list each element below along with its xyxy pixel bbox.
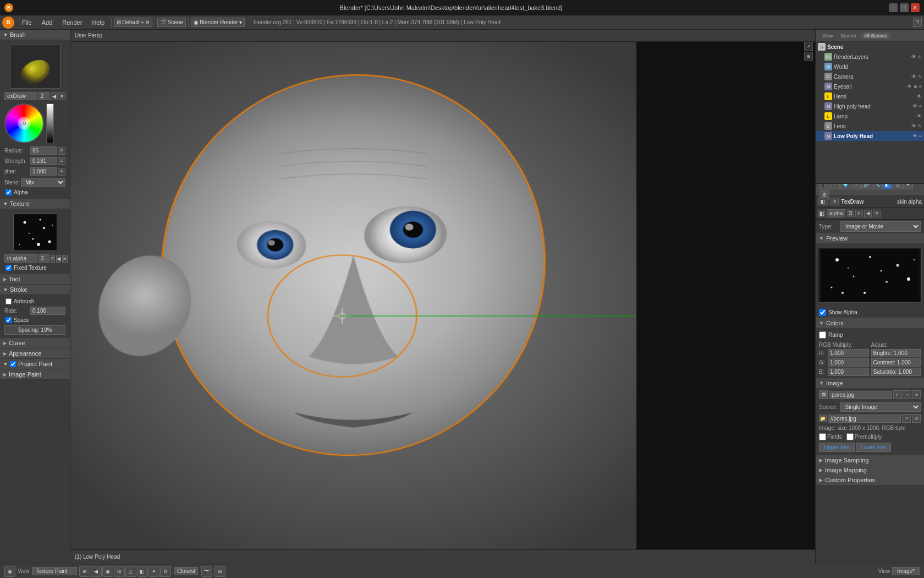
status-btn-1[interactable]: ⊕ <box>79 566 90 577</box>
appearance-section-header[interactable]: ▶ Appearance <box>0 348 70 359</box>
brush-canvas[interactable] <box>11 46 59 88</box>
status-btn-7[interactable]: ✦ <box>148 566 160 577</box>
tool-section-header[interactable]: ▶ Tool <box>0 274 70 285</box>
airbrush-checkbox[interactable] <box>6 298 12 304</box>
status-btn-3[interactable]: ◉ <box>102 566 113 577</box>
props-render-btn[interactable]: 📷 <box>820 184 829 189</box>
status-btn-6[interactable]: ◧ <box>137 566 148 577</box>
upper-btn[interactable]: Upper Firs <box>819 443 855 452</box>
viewport-3d[interactable] <box>70 42 815 549</box>
stroke-section-header[interactable]: ▼ Stroke <box>0 285 70 295</box>
minimize-button[interactable]: ─ <box>889 3 898 12</box>
space-checkbox[interactable] <box>6 317 12 323</box>
radius-btn[interactable]: ≡ <box>58 147 65 155</box>
help-icon[interactable]: ? <box>913 18 922 27</box>
texture-f-btn[interactable]: F <box>51 255 55 263</box>
image-del-btn[interactable]: ✕ <box>912 390 921 399</box>
outliner-item-high-poly[interactable]: M High poly head 👁 ≡ <box>816 101 924 111</box>
props-material-btn[interactable]: ◧ <box>882 184 892 189</box>
premultiply-checkbox[interactable] <box>846 433 854 440</box>
outliner-item-camera[interactable]: C Camera 👁 ✎ <box>816 72 924 81</box>
mode-select[interactable]: Texture Paint <box>32 567 77 575</box>
outliner-item-world[interactable]: W World <box>816 62 924 72</box>
texture-number[interactable] <box>38 254 50 263</box>
image-sampling-header[interactable]: ▶ Image Sampling <box>816 455 924 465</box>
outliner-tab-view[interactable]: View <box>819 32 836 39</box>
status-camera-btn[interactable]: 📷 <box>201 566 212 577</box>
fixed-texture-checkbox[interactable] <box>6 265 12 271</box>
brush-section-header[interactable]: ▼ Brush <box>0 30 70 40</box>
brush-arrow-right[interactable]: ✕ <box>59 92 66 100</box>
lower-btn[interactable]: Lower Firs <box>856 443 892 452</box>
menu-help[interactable]: Help <box>87 18 109 27</box>
outliner-item-renderlayers[interactable]: RL RenderLayers 👁 ⊕ <box>816 52 924 62</box>
texture-section-header[interactable]: ▼ Texture <box>0 199 70 209</box>
ramp-checkbox[interactable] <box>819 331 826 339</box>
file-path[interactable]: //pores.jpg <box>828 415 901 423</box>
brighten-value[interactable]: Brighte: 1.000 <box>871 349 921 357</box>
saturate-value[interactable]: Saturatio: 1.000 <box>871 368 921 376</box>
menu-file[interactable]: File <box>18 18 36 27</box>
texture-close-btn[interactable]: ✕ <box>62 255 68 263</box>
props-object-btn[interactable]: ○ <box>851 184 861 189</box>
image-f-btn[interactable]: F <box>893 390 902 399</box>
alpha-close-btn[interactable]: ✕ <box>873 210 881 217</box>
project-paint-checkbox[interactable] <box>10 361 16 367</box>
view-label[interactable]: View <box>18 568 30 574</box>
scene-selector[interactable]: 🎬 Scene <box>157 18 186 27</box>
image-mapping-header[interactable]: ▶ Image Mapping <box>816 465 924 475</box>
project-paint-header[interactable]: ▼ Project Paint <box>0 359 70 369</box>
maximize-button[interactable]: □ <box>900 3 909 12</box>
outliner-tab-all-scenes[interactable]: All Scenes <box>861 32 891 39</box>
jitter-value[interactable]: 1.000 <box>30 167 57 176</box>
props-scene-btn[interactable]: 🎬 <box>830 184 840 189</box>
props-data-btn[interactable]: △ <box>893 184 903 189</box>
b-value[interactable]: 1.000 <box>828 368 869 376</box>
type-select[interactable]: Image or Movie Clouds Wood <box>840 221 921 232</box>
props-world-btn[interactable]: 🌍 <box>840 184 850 189</box>
show-alpha-checkbox[interactable] <box>819 309 826 316</box>
outliner-item-lamp[interactable]: L Lamp 👁 <box>816 111 924 121</box>
status-btn-8[interactable]: ⚙ <box>160 566 171 577</box>
menu-render[interactable]: Render <box>58 18 86 27</box>
status-grid-btn[interactable]: ⊞ <box>215 566 226 577</box>
interpolation-select[interactable]: Closest <box>174 567 198 575</box>
viewport-zoom-btn[interactable]: ⊞ <box>804 52 813 61</box>
image-name[interactable]: pores.jpg <box>829 391 892 399</box>
spacing-btn[interactable]: Spacing: 10% <box>4 325 65 335</box>
statusbar-icon-btn[interactable]: ◉ <box>4 566 15 577</box>
status-btn-5[interactable]: △ <box>125 566 136 577</box>
brush-number[interactable]: 2 <box>38 92 50 100</box>
viewport[interactable]: User Persp Meters ↗ ⊞ (1) Low Poly Head <box>70 30 815 564</box>
props-constraints-btn[interactable]: 🔗 <box>861 184 871 189</box>
props-modifier-btn[interactable]: 🔧 <box>872 184 882 189</box>
outliner-item-low-poly[interactable]: M Low Poly Head 👁 ≡ <box>816 131 924 141</box>
close-button[interactable]: ✕ <box>911 3 920 12</box>
blend-select[interactable]: Mix Add Multiply <box>21 178 65 187</box>
fields-checkbox[interactable] <box>819 433 826 440</box>
preview-header[interactable]: ▼ Preview <box>816 233 924 243</box>
g-value[interactable]: 1.000 <box>828 358 869 367</box>
viewport-maximize-btn[interactable]: ↗ <box>804 42 813 51</box>
jitter-btn[interactable]: ≡ <box>58 168 65 176</box>
contrast-value[interactable]: Contrast: 1.000 <box>871 358 921 367</box>
color-wheel[interactable] <box>4 103 44 143</box>
value-slider[interactable] <box>46 103 54 143</box>
image-btn[interactable]: Image* <box>892 567 920 575</box>
brush-arrow-left[interactable]: ◀ <box>51 92 58 100</box>
strength-value[interactable]: 0.131 <box>30 157 57 165</box>
curve-section-header[interactable]: ▶ Curve <box>0 338 70 348</box>
outliner-item-eyeball[interactable]: M Eyeball 👁 ⊕ ≡ <box>816 81 924 91</box>
alpha-checkbox[interactable] <box>6 189 12 195</box>
status-btn-4[interactable]: ⊞ <box>114 566 125 577</box>
file-browse-btn[interactable]: ↗ <box>902 414 911 423</box>
image-section-header[interactable]: ▼ Image <box>816 378 924 388</box>
outliner-item-scene[interactable]: S Scene <box>816 42 924 52</box>
engine-selector[interactable]: ◉ Blender Render ▾ <box>191 18 245 27</box>
brush-name-input[interactable]: exDraw <box>4 92 37 100</box>
tex-icon-btn[interactable]: ◧ <box>818 198 828 205</box>
status-btn-2[interactable]: ◀ <box>91 566 102 577</box>
tex-mode-btn[interactable]: ≡ <box>831 198 839 205</box>
colors-section-header[interactable]: ▼ Colors <box>816 318 924 328</box>
texture-name-input[interactable] <box>4 254 37 263</box>
